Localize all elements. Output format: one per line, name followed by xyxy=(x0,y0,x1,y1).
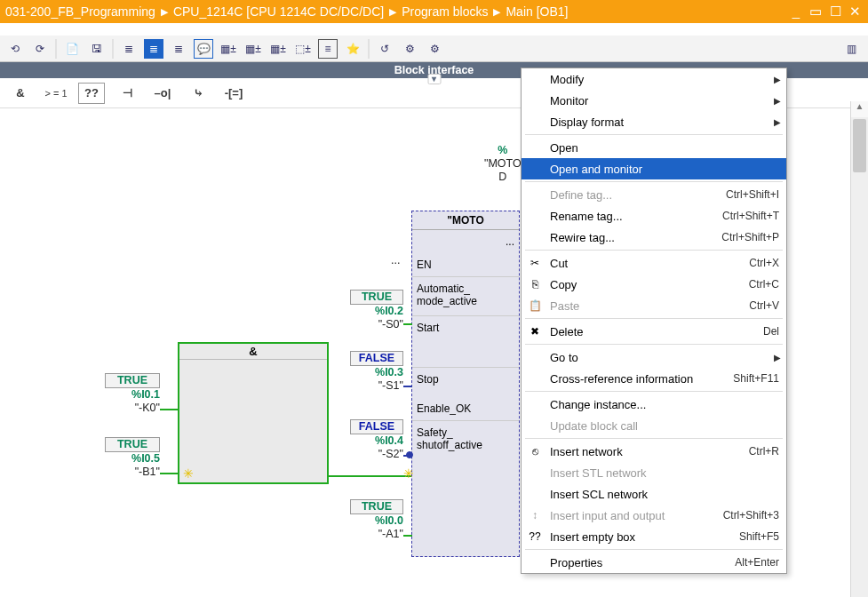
menu-label: Go to xyxy=(550,351,578,364)
op-branch[interactable]: ⤷ xyxy=(185,83,211,104)
menu-item[interactable]: Monitor▶ xyxy=(522,90,786,111)
context-menu: Modify▶Monitor▶Display format▶OpenOpen a… xyxy=(521,68,787,574)
menu-item[interactable]: Rename tag...Ctrl+Shift+T xyxy=(522,205,786,227)
port-safety: Safety_ shutoff_active xyxy=(412,420,519,465)
menu-icon: ?? xyxy=(528,530,542,543)
restore-button[interactable]: ▭ xyxy=(808,4,824,20)
chevron-right-icon: ▶ xyxy=(386,6,399,18)
menu-label: Open and monitor xyxy=(550,163,642,176)
menu-item: ↕Insert input and outputCtrl+Shift+3 xyxy=(522,505,786,526)
chevron-right-icon: ▶ xyxy=(158,6,171,18)
toolbar-icon[interactable]: ⬚± xyxy=(293,39,313,59)
scroll-thumb[interactable] xyxy=(853,119,866,172)
menu-item[interactable]: ??Insert empty boxShift+F5 xyxy=(522,526,786,547)
menu-label: Open xyxy=(550,141,578,155)
toolbar-icon[interactable]: ⭐ xyxy=(343,39,362,59)
db-symbol: % xyxy=(484,144,522,157)
negation-dot-icon xyxy=(406,451,413,458)
menu-separator xyxy=(525,391,783,392)
op-and[interactable]: & xyxy=(7,83,34,104)
close-button[interactable]: ✕ xyxy=(847,4,863,20)
toolbar-icon[interactable]: 💬 xyxy=(194,39,213,59)
menu-item[interactable]: ⎘CopyCtrl+C xyxy=(522,274,786,295)
menu-item[interactable]: Change instance... xyxy=(522,394,786,415)
menu-label: Copy xyxy=(550,278,577,291)
star-icon: ✳ xyxy=(403,466,414,481)
menu-label: Cross-reference information xyxy=(550,372,693,386)
menu-item[interactable]: ✖DeleteDel xyxy=(522,321,786,342)
toolbar-icon[interactable]: ≣ xyxy=(169,39,188,59)
db-name: "MOTO xyxy=(484,157,522,171)
toolbar-icon[interactable]: ▦± xyxy=(243,39,263,59)
crumb-cpu[interactable]: CPU_1214C [CPU 1214C DC/DC/DC] xyxy=(173,4,384,19)
tag-k0[interactable]: TRUE %I0.1 "-K0" xyxy=(105,373,160,415)
menu-icon: ⎘ xyxy=(528,278,542,291)
toolbar-icon[interactable]: ≡ xyxy=(318,39,338,59)
menu-label: Rename tag... xyxy=(550,210,623,223)
submenu-arrow-icon: ▶ xyxy=(774,96,781,106)
tag-s2[interactable]: FALSE %I0.4 "-S2" xyxy=(350,419,403,461)
toolbar-icon[interactable]: ⟳ xyxy=(30,39,50,59)
toolbar-icon[interactable]: ⚙ xyxy=(425,39,444,59)
menu-label: Update block call xyxy=(550,419,638,433)
menu-item[interactable]: Open xyxy=(522,137,786,158)
menu-item[interactable]: PropertiesAlt+Enter xyxy=(522,552,786,573)
op-neg-in[interactable]: ⊣ xyxy=(114,83,140,104)
crumb-project[interactable]: 031-200_FB_Programming xyxy=(5,4,155,19)
crumb-blocks[interactable]: Program blocks xyxy=(402,4,488,19)
menu-label: Monitor xyxy=(550,94,588,107)
and-block[interactable]: & ✳ xyxy=(178,342,329,484)
menu-item[interactable]: ⎋Insert networkCtrl+R xyxy=(522,441,786,462)
menu-item[interactable]: Modify▶ xyxy=(522,68,786,90)
menu-item: Update block call xyxy=(522,415,786,436)
toolbar-icon[interactable]: ⚙ xyxy=(400,39,419,59)
op-emptybox[interactable]: ?? xyxy=(78,83,105,104)
collapse-handle-icon[interactable]: ▾ xyxy=(427,74,441,84)
menu-label: Modify xyxy=(550,73,584,86)
menu-item[interactable]: Display format▶ xyxy=(522,111,786,132)
port-en: EN xyxy=(412,253,519,276)
toolbar-icon[interactable]: ⟲ xyxy=(5,39,25,59)
menu-item[interactable]: Insert SCL network xyxy=(522,483,786,505)
menu-icon: 📋 xyxy=(528,299,542,312)
fb-title: "MOTO xyxy=(412,211,519,230)
menu-item: Define tag...Ctrl+Shift+I xyxy=(522,184,786,205)
toolbar-icon[interactable]: ≣ xyxy=(144,39,163,59)
crumb-main[interactable]: Main [OB1] xyxy=(506,4,568,19)
op-neg-out[interactable]: –o| xyxy=(149,83,176,104)
menu-shortcut: Shift+F5 xyxy=(739,530,779,543)
menu-label: Cut xyxy=(550,257,568,270)
op-assign[interactable]: -[=] xyxy=(220,83,247,104)
menu-label: Insert STL network xyxy=(550,466,647,480)
toolbar-icon[interactable]: ≣ xyxy=(119,39,139,59)
tag-b1[interactable]: TRUE %I0.5 "-B1" xyxy=(105,437,160,479)
menu-item[interactable]: Open and monitor xyxy=(522,158,786,179)
menu-item[interactable]: Cross-reference informationShift+F11 xyxy=(522,368,786,389)
toolbar-icon[interactable]: 🖫 xyxy=(87,39,107,59)
menu-label: Change instance... xyxy=(550,398,646,411)
submenu-arrow-icon: ▶ xyxy=(774,117,781,127)
tag-s1[interactable]: FALSE %I0.3 "-S1" xyxy=(350,351,403,393)
menu-item[interactable]: Rewire tag...Ctrl+Shift+P xyxy=(522,227,786,248)
toolbar-icon[interactable]: 📄 xyxy=(62,39,82,59)
menu-shortcut: Ctrl+C xyxy=(749,278,779,291)
editor-toolbar: ⟲ ⟳ 📄 🖫 ≣ ≣ ≣ 💬 ▦± ▦± ▦± ⬚± ≡ ⭐ ↺ ⚙ ⚙ ▥ xyxy=(0,36,868,62)
menu-shortcut: Ctrl+X xyxy=(749,257,779,269)
tag-a1[interactable]: TRUE %I0.0 "-A1" xyxy=(350,499,403,541)
op-ge1[interactable]: > = 1 xyxy=(43,83,69,104)
toolbar-icon[interactable]: ▥ xyxy=(841,39,861,59)
minimize-button[interactable]: _ xyxy=(788,4,804,20)
toolbar-icon[interactable]: ↺ xyxy=(375,39,394,59)
menu-shortcut: Ctrl+R xyxy=(749,445,779,458)
menu-item[interactable]: Go to▶ xyxy=(522,346,786,368)
toolbar-icon[interactable]: ▦± xyxy=(219,39,238,59)
scroll-up-icon[interactable]: ▲ xyxy=(851,101,868,117)
tag-s0[interactable]: TRUE %I0.2 "-S0" xyxy=(350,290,403,331)
fb-call-block[interactable]: "MOTO ... EN Automatic_ mode_active Star… xyxy=(411,211,520,557)
toolbar-icon[interactable]: ▦± xyxy=(268,39,288,59)
menu-shortcut: Alt+Enter xyxy=(735,556,779,569)
maximize-button[interactable]: ☐ xyxy=(827,4,843,20)
menu-item[interactable]: ✂CutCtrl+X xyxy=(522,252,786,274)
port-auto: Automatic_ mode_active xyxy=(412,276,519,315)
vertical-scrollbar[interactable]: ▲ xyxy=(850,101,868,597)
